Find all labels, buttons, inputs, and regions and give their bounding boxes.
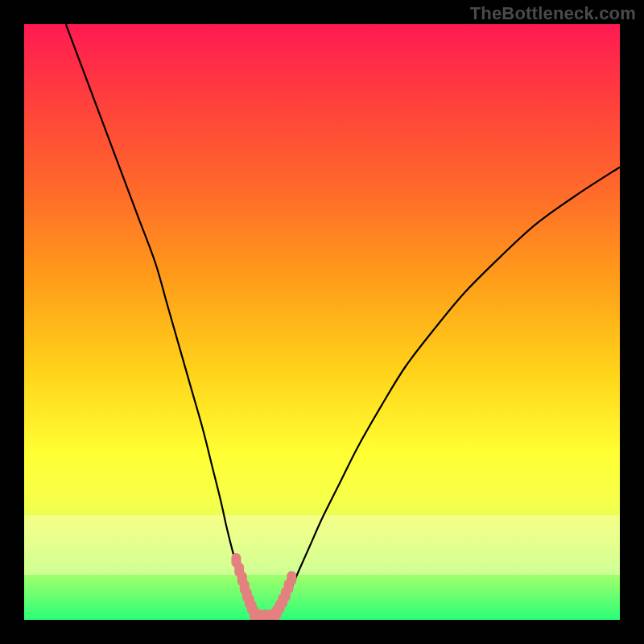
left-curve (66, 24, 254, 617)
watermark-text: TheBottleneck.com (470, 3, 636, 24)
chart-svg (24, 24, 620, 620)
chart-frame: TheBottleneck.com (0, 0, 644, 644)
plot-area (24, 24, 620, 620)
right-curve (275, 167, 620, 617)
marker-group (231, 553, 296, 620)
data-marker (287, 571, 296, 585)
